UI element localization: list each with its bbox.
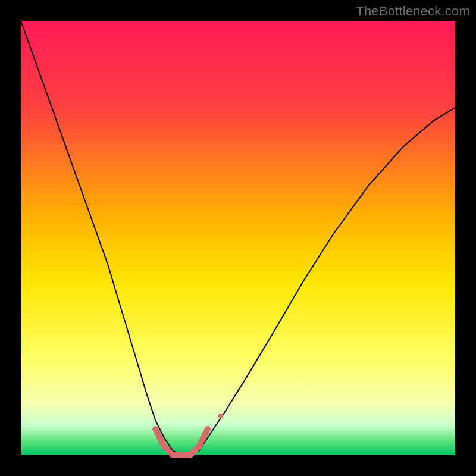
valley-dot (196, 443, 202, 449)
valley-dot (178, 452, 184, 458)
bottleneck-chart (0, 0, 476, 476)
valley-dot (161, 443, 167, 449)
valley-extra-dot (218, 414, 223, 418)
valley-dot (152, 426, 158, 432)
valley-dot (187, 452, 193, 458)
watermark-text: TheBottleneck.com (356, 4, 470, 19)
valley-dot (170, 452, 176, 458)
valley-dot (205, 426, 211, 432)
